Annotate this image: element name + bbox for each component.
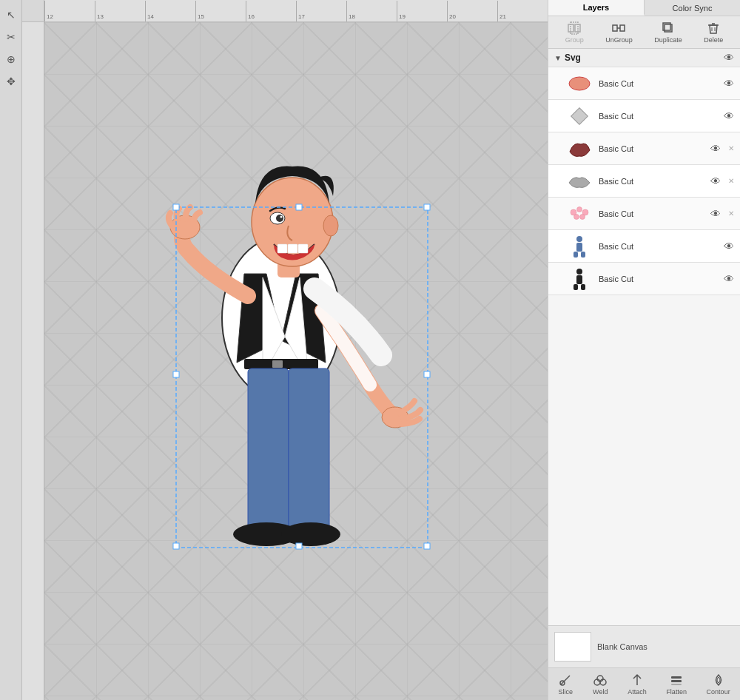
svg-rect-59 — [671, 684, 682, 685]
svg-rect-47 — [574, 252, 578, 258]
ruler-tick: 16 — [246, 1, 296, 21]
layer-item[interactable]: Basic Cut 👁 — [548, 67, 740, 100]
duplicate-button[interactable]: Duplicate — [650, 19, 687, 45]
layer-item[interactable]: Basic Cut 👁 ✕ — [548, 132, 740, 165]
expand-arrow-icon: ▼ — [554, 54, 562, 62]
ruler-tick: 20 — [447, 1, 497, 21]
panel-bottom: Blank Canvas — [548, 625, 740, 667]
layer-item[interactable]: Basic Cut 👁 ✕ — [548, 165, 740, 198]
svg-rect-7 — [248, 368, 289, 531]
group-button[interactable]: Group — [561, 19, 588, 45]
ruler-tick: 21 — [497, 1, 548, 21]
layer-eye-icon-4[interactable]: 👁 — [710, 175, 721, 187]
layer-eye-icon-6[interactable]: 👁 — [724, 240, 734, 252]
ungroup-label: UnGroup — [605, 36, 633, 44]
svg-point-43 — [574, 214, 579, 219]
character-illustration — [118, 81, 451, 555]
layer-item[interactable]: Basic Cut 👁 ✕ — [548, 198, 740, 230]
svg-rect-14 — [278, 244, 287, 253]
svg-rect-30 — [424, 371, 430, 377]
canvas-area: X Y 12 13 14 15 16 17 18 19 20 21 — [22, 0, 548, 700]
layer-item[interactable]: Basic Cut 👁 — [548, 230, 740, 263]
svg-rect-6 — [272, 360, 283, 368]
svg-point-41 — [577, 206, 582, 212]
left-toolbar: ↖ ✂ ⊕ ✥ — [0, 0, 22, 700]
cut-tool[interactable]: ✂ — [2, 28, 20, 46]
layer-name-7: Basic Cut — [599, 275, 718, 283]
svg-rect-8 — [289, 368, 329, 531]
svg-point-18 — [276, 215, 283, 222]
svg-rect-39 — [571, 107, 588, 124]
layer-name-3: Basic Cut — [599, 144, 704, 153]
zoom-tool[interactable]: ⊕ — [2, 50, 20, 68]
slice-button[interactable]: Slice — [554, 671, 577, 697]
character-svg — [118, 81, 451, 555]
panel-toolbar: Group UnGroup Duplicate Delete — [548, 16, 740, 49]
svg-rect-48 — [581, 252, 585, 258]
layer-eye-icon-5[interactable]: 👁 — [710, 208, 721, 220]
svg-group-header[interactable]: ▼ Svg 👁 — [548, 49, 740, 67]
contour-label: Contour — [707, 688, 730, 696]
ruler-tick: 19 — [397, 1, 447, 21]
contour-button[interactable]: Contour — [702, 671, 735, 697]
slice-icon — [558, 673, 573, 687]
svg-point-44 — [580, 214, 585, 219]
svg-rect-50 — [576, 275, 582, 284]
layer-thumbnail-2 — [566, 103, 593, 129]
group-label: Group — [565, 36, 584, 44]
svg-rect-26 — [424, 543, 430, 549]
layer-thumbnail-6 — [566, 233, 593, 260]
layer-item[interactable]: Basic Cut 👁 — [548, 100, 740, 132]
layer-close-icon-3[interactable]: ✕ — [728, 144, 734, 152]
weld-button[interactable]: Weld — [588, 671, 612, 697]
attach-button[interactable]: Attach — [623, 671, 651, 697]
layer-close-icon-5[interactable]: ✕ — [728, 209, 734, 218]
svg-rect-24 — [424, 204, 430, 210]
flatten-label: Flatten — [666, 688, 687, 696]
layer-eye-icon-2[interactable]: 👁 — [724, 110, 734, 122]
layer-name-5: Basic Cut — [599, 209, 704, 218]
duplicate-icon — [661, 21, 676, 36]
layer-close-icon-4[interactable]: ✕ — [728, 177, 734, 185]
svg-rect-16 — [298, 244, 308, 253]
select-tool[interactable]: ↖ — [2, 6, 20, 24]
svg-rect-34 — [613, 25, 617, 31]
svg-rect-52 — [581, 284, 585, 290]
layer-eye-icon-1[interactable]: 👁 — [724, 78, 734, 90]
svg-point-10 — [281, 522, 340, 546]
layer-item[interactable]: Basic Cut 👁 — [548, 263, 740, 295]
flatten-button[interactable]: Flatten — [662, 671, 691, 697]
attach-icon — [630, 673, 645, 687]
ruler-tick: 17 — [296, 1, 346, 21]
canvas-scroll[interactable] — [44, 22, 548, 700]
layer-name-2: Basic Cut — [599, 112, 718, 121]
tab-layers[interactable]: Layers — [548, 0, 645, 16]
ungroup-button[interactable]: UnGroup — [601, 19, 637, 45]
svg-rect-57 — [671, 676, 682, 679]
svg-rect-25 — [173, 543, 179, 549]
svg-point-49 — [576, 269, 582, 275]
layer-name-6: Basic Cut — [599, 242, 718, 251]
ruler-corner — [22, 0, 44, 22]
svg-group-eye-icon[interactable]: 👁 — [724, 52, 734, 64]
delete-button[interactable]: Delete — [699, 19, 727, 45]
svg-point-45 — [576, 236, 582, 242]
weld-icon — [593, 673, 608, 687]
svg-rect-35 — [620, 25, 625, 31]
ruler-tick: 13 — [95, 1, 145, 21]
ruler-horizontal: 12 13 14 15 16 17 18 19 20 21 — [44, 0, 548, 22]
blank-canvas-thumbnail — [554, 632, 591, 662]
bottom-toolbar: Slice Weld Attach Flatten — [548, 667, 740, 700]
layer-eye-icon-7[interactable]: 👁 — [724, 273, 734, 285]
slice-label: Slice — [559, 688, 574, 696]
layer-thumbnail-1 — [566, 70, 593, 97]
flatten-icon — [669, 673, 684, 687]
pan-tool[interactable]: ✥ — [2, 73, 20, 90]
svg-rect-29 — [173, 371, 179, 377]
svg-point-13 — [323, 215, 338, 236]
delete-icon — [706, 21, 721, 36]
svg-point-38 — [569, 77, 590, 90]
tab-color-sync[interactable]: Color Sync — [645, 0, 740, 16]
layer-eye-icon-3[interactable]: 👁 — [710, 143, 721, 155]
layer-thumbnail-5 — [566, 201, 593, 227]
